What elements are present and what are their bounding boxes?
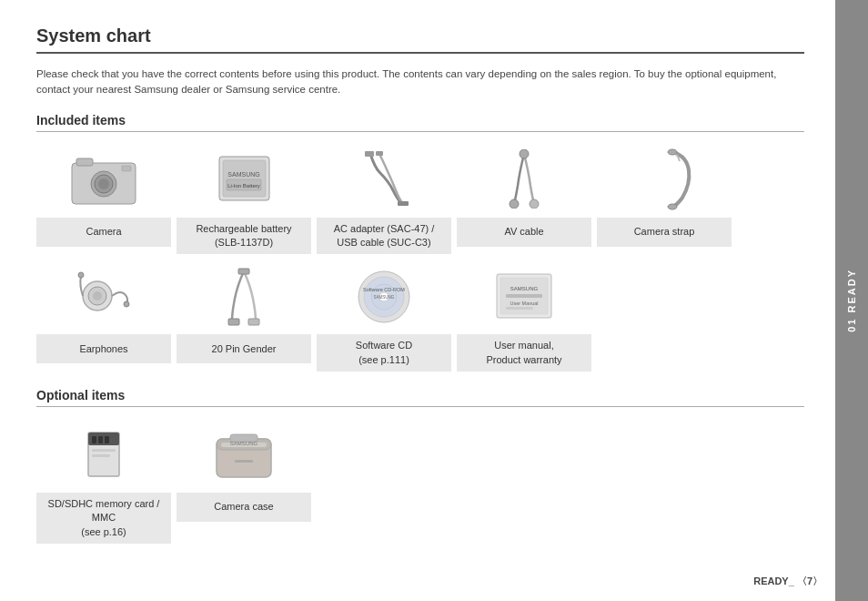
svg-text:SAMSUNG: SAMSUNG	[227, 171, 259, 178]
item-user-manual: SAMSUNG User Manual User manual,Product …	[457, 260, 591, 372]
strap-image	[597, 143, 732, 216]
svg-point-17	[668, 149, 677, 155]
intro-text: Please check that you have the correct c…	[36, 66, 804, 98]
optional-items-grid: SD/SDHC memory card /MMC(see p.16) SAMSU…	[36, 418, 804, 544]
camera-case-image: SAMSUNG	[177, 418, 311, 491]
strap-label: Camera strap	[597, 218, 732, 247]
av-cable-image	[457, 143, 591, 216]
strap-icon	[632, 148, 696, 211]
svg-rect-51	[235, 460, 253, 463]
svg-rect-42	[98, 436, 103, 443]
svg-rect-43	[105, 436, 109, 443]
battery-icon: SAMSUNG Li-Ion Battery	[210, 149, 278, 209]
side-tab-label: 01 READY	[846, 269, 857, 332]
camera-image	[36, 143, 171, 216]
memory-card-icon	[72, 425, 136, 484]
item-memory-card: SD/SDHC memory card /MMC(see p.16)	[36, 418, 171, 544]
main-content: System chart Please check that you have …	[0, 0, 832, 601]
svg-point-18	[668, 204, 677, 209]
item-earphones: Earphones	[36, 260, 171, 372]
svg-rect-11	[365, 151, 374, 157]
software-cd-label: Software CD(see p.111)	[317, 334, 451, 372]
svg-point-16	[530, 199, 539, 209]
item-av-cable: AV cable	[457, 143, 591, 255]
item-pin-gender: 20 Pin Gender	[177, 260, 311, 372]
svg-rect-1	[76, 158, 93, 166]
svg-rect-36	[506, 294, 542, 298]
svg-text:Li-Ion Battery: Li-Ion Battery	[227, 183, 260, 188]
camera-icon	[67, 149, 140, 209]
ac-adapter-image	[317, 143, 451, 216]
memory-card-image	[36, 418, 171, 491]
pin-gender-icon	[212, 267, 276, 326]
svg-rect-44	[92, 449, 116, 452]
item-camera: Camera	[36, 143, 171, 255]
item-camera-case: SAMSUNG Camera case	[177, 418, 311, 544]
svg-rect-38	[506, 307, 533, 310]
user-manual-image: SAMSUNG User Manual	[457, 260, 591, 332]
software-cd-image: Software CD-ROM SAMSUNG	[317, 260, 451, 332]
svg-rect-24	[228, 319, 239, 325]
earphones-icon	[70, 267, 138, 326]
svg-point-4	[98, 178, 109, 189]
page-title: System chart	[36, 25, 804, 54]
av-cable-label: AV cable	[457, 218, 591, 247]
svg-rect-45	[92, 454, 110, 457]
item-battery: SAMSUNG Li-Ion Battery Rechargeable batt…	[177, 143, 311, 255]
cable-icon	[352, 149, 416, 209]
av-cable-icon	[492, 149, 556, 209]
item-ac-adapter: AC adapter (SAC-47) /USB cable (SUC-C3)	[317, 143, 451, 255]
svg-rect-7	[223, 160, 266, 197]
svg-rect-13	[398, 201, 409, 206]
earphones-image	[36, 260, 171, 332]
included-items-grid: Camera SAMSUNG Li-Ion Battery Rechargeab…	[36, 143, 804, 372]
side-tab: 01 READY	[835, 0, 868, 601]
svg-text:Software CD-ROM: Software CD-ROM	[363, 287, 405, 292]
earphones-label: Earphones	[36, 334, 171, 363]
svg-rect-26	[238, 269, 249, 274]
camera-case-icon: SAMSUNG	[207, 425, 280, 484]
camera-case-label: Camera case	[177, 493, 311, 522]
svg-point-22	[124, 301, 129, 307]
svg-point-15	[510, 199, 519, 209]
included-section-title: Included items	[36, 113, 804, 132]
svg-point-14	[520, 149, 529, 158]
memory-card-label: SD/SDHC memory card /MMC(see p.16)	[36, 493, 171, 544]
pin-gender-label: 20 Pin Gender	[177, 334, 311, 363]
item-strap: Camera strap	[597, 143, 732, 255]
pin-gender-image	[177, 260, 311, 332]
svg-text:SAMSUNG: SAMSUNG	[510, 286, 539, 291]
svg-rect-5	[122, 166, 131, 171]
camera-label: Camera	[36, 218, 171, 247]
optional-section-title: Optional items	[36, 388, 804, 407]
page-number: READY_ 〈7〉	[753, 575, 823, 588]
user-manual-label: User manual,Product warranty	[457, 334, 591, 372]
svg-point-23	[78, 272, 84, 278]
battery-label: Rechargeable battery(SLB-1137D)	[177, 218, 311, 255]
svg-text:SAMSUNG: SAMSUNG	[230, 441, 258, 446]
svg-rect-41	[92, 436, 96, 443]
svg-text:User Manual: User Manual	[510, 300, 538, 306]
svg-text:SAMSUNG: SAMSUNG	[374, 295, 395, 300]
battery-image: SAMSUNG Li-Ion Battery	[177, 143, 311, 216]
manual-icon: SAMSUNG User Manual	[488, 267, 560, 326]
item-software-cd: Software CD-ROM SAMSUNG Software CD(see …	[317, 260, 451, 372]
svg-rect-25	[248, 319, 259, 325]
svg-point-21	[93, 291, 102, 300]
cd-icon: Software CD-ROM SAMSUNG	[352, 267, 416, 326]
ac-adapter-label: AC adapter (SAC-47) /USB cable (SUC-C3)	[317, 218, 451, 255]
svg-rect-12	[376, 151, 383, 156]
